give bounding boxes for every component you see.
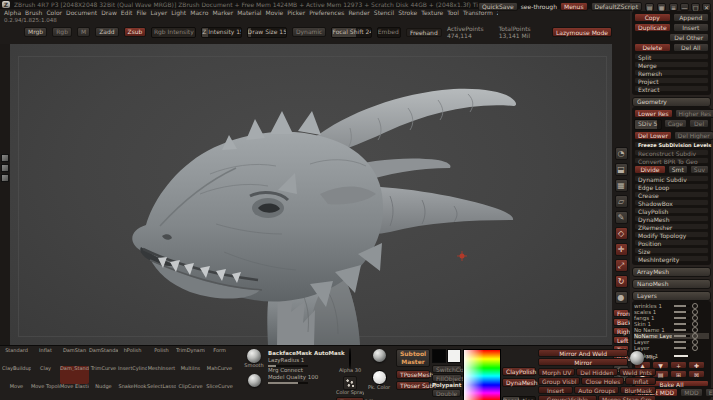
menu-item[interactable]: Color <box>45 9 63 17</box>
zsub-button[interactable]: Zsub <box>124 27 147 37</box>
model-quality-track[interactable] <box>268 382 308 384</box>
menus-button[interactable]: Menus <box>560 2 588 11</box>
nanomesh-header[interactable]: NanoMesh <box>632 279 711 289</box>
lower-res-button[interactable]: Lower Res <box>634 109 673 118</box>
alpha-thumbnail[interactable] <box>349 348 351 369</box>
polypaint-mode-label[interactable]: Polypaint Mode 1 <box>432 382 462 389</box>
fill-object-button[interactable]: FillObject <box>432 374 462 382</box>
main-color-swatch[interactable] <box>432 349 446 363</box>
geo-action-button[interactable]: GroupsVisible <box>538 395 597 400</box>
geometry-header[interactable]: Geometry <box>632 97 711 107</box>
layer-tool-button[interactable]: + <box>670 361 687 369</box>
geometry-subsection-button[interactable]: Dynamic Subdiv <box>634 175 709 182</box>
brush-item[interactable]: SnakeHook <box>118 384 147 400</box>
menu-item[interactable]: Preferences <box>308 9 345 17</box>
lazymouse-mode-button[interactable]: Lazymouse Mode <box>552 27 612 37</box>
menu-item[interactable]: File <box>135 9 147 17</box>
brush-item[interactable]: Polish <box>147 348 176 366</box>
window-control-button[interactable]: □ <box>691 3 700 11</box>
tpose-mesh-button[interactable]: TPoseMesh <box>396 370 430 379</box>
brush-item[interactable]: Clay <box>31 366 60 384</box>
smt-button[interactable]: Smt <box>668 165 688 174</box>
geometry-subsection-button[interactable]: Modify Topology <box>634 231 709 238</box>
document-viewport[interactable] <box>10 44 612 345</box>
backface-mask-toggle[interactable]: BackfaceMask AutoMask <box>268 350 334 357</box>
menu-item[interactable]: Document <box>65 9 98 17</box>
geometry-subsection-button[interactable]: Position <box>634 239 709 246</box>
menu-item[interactable]: Picker <box>286 9 306 17</box>
brush-item[interactable]: MahCurve <box>205 366 234 384</box>
menu-item[interactable]: Draw <box>100 9 118 17</box>
default-zscript-button[interactable]: DefaultZScript <box>591 2 642 11</box>
window-control-button[interactable]: ≡ <box>669 3 678 11</box>
tool-thumbnail[interactable] <box>1 174 9 182</box>
geo-action-button[interactable]: Merge Strap Grp <box>598 395 657 400</box>
cage-button[interactable]: Cage <box>664 119 688 128</box>
brush-item[interactable]: hPolish <box>118 348 147 366</box>
mrgb-button[interactable]: Mrgb <box>24 27 47 37</box>
menu-item[interactable]: Render <box>347 9 370 17</box>
geometry-subsection-button[interactable]: DynaMesh <box>634 215 709 222</box>
color-picker[interactable] <box>463 349 501 400</box>
view-control-icon[interactable]: ◇ <box>615 227 628 240</box>
higher-res-button[interactable]: Higher Res <box>675 109 713 118</box>
duplicate-button[interactable]: Duplicate <box>634 23 671 32</box>
menu-item[interactable]: Stroke <box>397 9 418 17</box>
menu-item[interactable]: Movie <box>265 9 285 17</box>
menu-item[interactable]: Brush <box>24 9 43 17</box>
menu-item[interactable]: Alpha <box>3 9 22 17</box>
brush-item[interactable]: InsertCylinder <box>118 366 147 384</box>
rgb-intensity-slider[interactable]: Rgb Intensity <box>151 27 196 38</box>
draw-size-slider[interactable]: Draw Size 15 <box>247 27 287 38</box>
mirror-button[interactable]: Mirror <box>538 358 628 366</box>
pick-color-swatch[interactable] <box>372 370 387 385</box>
zadd-button[interactable]: Zadd <box>95 27 118 37</box>
subtool-operation-button[interactable]: Extract <box>634 85 709 92</box>
geo-action-button[interactable]: Group Visbl <box>538 377 580 385</box>
quicksave-button[interactable]: QuickSave <box>478 2 518 11</box>
append-button[interactable]: Append <box>673 13 710 22</box>
grid-icon[interactable]: ▦ <box>657 3 666 11</box>
brush-item[interactable]: Dam_Standard <box>60 366 89 384</box>
copy-button[interactable]: Copy <box>634 13 671 22</box>
layer-tool-button[interactable]: ⊠ <box>688 370 705 378</box>
double-button[interactable]: Double <box>432 389 461 397</box>
convert-bpr-button[interactable]: Convert BPR To Geo <box>634 157 709 164</box>
geometry-subsection-button[interactable]: ShadowBox <box>634 199 709 206</box>
geo-action-button[interactable]: Inflat <box>625 377 656 385</box>
mrg-connect-toggle[interactable]: Mrg Connect <box>268 367 334 374</box>
palette-icon[interactable]: ▤ <box>645 3 654 11</box>
rgb-button[interactable]: Rgb <box>52 27 72 37</box>
geometry-subsection-button[interactable]: MeshIntegrity <box>634 255 709 262</box>
menu-item[interactable]: Macro <box>189 9 209 17</box>
geo-action-button[interactable]: Morph UV <box>538 368 575 376</box>
lazy-radius-slider[interactable]: LazyRadius 1 <box>268 357 334 364</box>
geometry-subsection-button[interactable]: ClayPolish <box>634 207 709 214</box>
del-button[interactable]: Del <box>689 119 709 128</box>
switch-color-button[interactable]: SwitchColor <box>432 365 462 373</box>
subtool-master-button[interactable]: Subtool Master <box>396 349 430 367</box>
dynamic-button[interactable]: Dynamic <box>292 27 326 37</box>
menu-item[interactable]: Material <box>236 9 262 17</box>
mirror-and-weld-button[interactable]: Mirror And Weld <box>538 349 628 357</box>
divide-button[interactable]: Divide <box>634 165 666 174</box>
brush-item[interactable]: DamStan <box>60 348 89 366</box>
geo-action-button[interactable]: Weld Pnts <box>619 368 656 376</box>
geo-action-button[interactable]: Del Hidden <box>576 368 617 376</box>
focal-shift-slider[interactable]: Focal Shift 24 <box>331 27 371 38</box>
view-control-icon[interactable]: ▱ <box>615 195 628 208</box>
subtool-operation-button[interactable]: Split <box>634 53 709 60</box>
geo-action-button[interactable]: BlurMask <box>620 386 656 394</box>
reconstruct-subdiv-button[interactable]: Reconstruct Subdiv <box>634 149 709 156</box>
del-all-button[interactable]: Del All <box>673 43 710 52</box>
export-button[interactable]: Export <box>705 388 713 397</box>
brush-item[interactable]: TrimDynamic <box>176 348 205 366</box>
smooth-brush-thumbnail[interactable] <box>247 349 261 363</box>
view-control-icon[interactable]: ✛ <box>615 243 628 256</box>
secondary-color-swatch[interactable] <box>447 349 461 363</box>
layer-intensity-slider[interactable] <box>674 335 690 337</box>
brush-item[interactable]: Form <box>205 348 234 366</box>
tool-thumbnail[interactable] <box>1 164 9 172</box>
brush-item[interactable]: DamStandard <box>89 348 118 366</box>
menu-item[interactable]: Stencil <box>373 9 395 17</box>
